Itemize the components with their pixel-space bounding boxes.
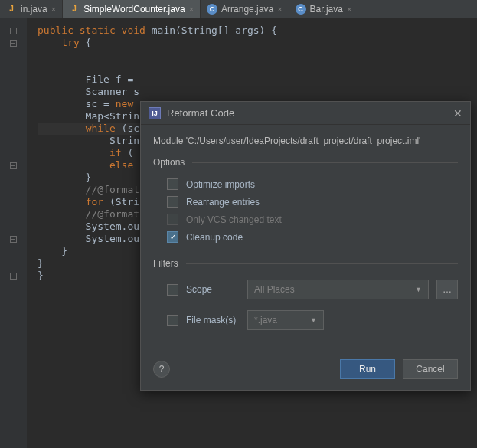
dialog-title: Reformat Code	[167, 107, 447, 119]
tab-simplewordcounter[interactable]: J SimpleWordCounter.java ×	[63, 0, 201, 18]
checkbox-label: Cleanup code	[186, 232, 243, 243]
checkbox-icon[interactable]	[167, 178, 178, 190]
close-icon[interactable]: ×	[51, 5, 56, 14]
tab-label: Arrange.java	[221, 4, 273, 15]
gutter	[0, 18, 27, 448]
tab-label: Bar.java	[310, 4, 343, 15]
filters-group-label: Filters	[153, 258, 458, 269]
cancel-button[interactable]: Cancel	[403, 359, 458, 379]
checkbox-icon[interactable]	[167, 196, 178, 208]
chevron-down-icon: ▼	[310, 316, 317, 324]
tab-arrange[interactable]: C Arrange.java ×	[201, 0, 289, 18]
scope-browse-button[interactable]: …	[436, 280, 458, 299]
checkbox-icon[interactable]	[167, 284, 178, 296]
close-icon[interactable]: ×	[277, 5, 282, 14]
rearrange-entries-row[interactable]: Rearrange entries	[153, 193, 458, 211]
reformat-code-dialog: IJ Reformat Code ✕ Module 'C:/Users/user…	[140, 101, 471, 391]
run-button[interactable]: Run	[340, 359, 395, 379]
class-file-icon: C	[207, 4, 217, 15]
tab-label: SimpleWordCounter.java	[83, 4, 185, 15]
checkbox-icon[interactable]	[167, 315, 178, 326]
dialog-footer: ? Run Cancel	[141, 352, 470, 390]
fold-marker[interactable]	[0, 25, 27, 37]
checkbox-label: Optimize imports	[186, 179, 255, 190]
optimize-imports-row[interactable]: Optimize imports	[153, 175, 458, 193]
fold-marker[interactable]	[0, 37, 27, 49]
file-mask-row: File mask(s) *.java ▼	[153, 307, 458, 333]
java-file-icon: J	[6, 4, 17, 15]
file-mask-label: File mask(s)	[186, 315, 240, 325]
scope-label: Scope	[186, 284, 240, 295]
combo-value: *.java	[254, 315, 277, 325]
checkbox-label: Only VCS changed text	[186, 214, 282, 225]
chevron-down-icon: ▼	[415, 286, 422, 293]
intellij-icon: IJ	[149, 107, 161, 119]
fold-marker[interactable]	[0, 233, 27, 245]
file-mask-combo[interactable]: *.java ▼	[247, 310, 324, 330]
fold-marker[interactable]	[0, 270, 27, 282]
close-icon[interactable]: ×	[347, 5, 351, 14]
scope-row: Scope All Places ▼ …	[153, 276, 458, 302]
tab-label: in.java	[21, 4, 47, 15]
dialog-titlebar: IJ Reformat Code ✕	[141, 102, 470, 125]
options-group-label: Options	[153, 157, 458, 168]
scope-combo[interactable]: All Places ▼	[247, 280, 429, 299]
checkbox-icon	[167, 214, 178, 225]
help-button[interactable]: ?	[153, 361, 170, 378]
checkbox-checked-icon[interactable]	[167, 231, 178, 243]
only-vcs-changed-row: Only VCS changed text	[153, 211, 458, 228]
close-icon[interactable]: ×	[189, 5, 194, 14]
java-file-icon: J	[69, 4, 80, 15]
dialog-body: Module 'C:/Users/user/IdeaProjects/draft…	[141, 125, 470, 352]
class-file-icon: C	[296, 4, 306, 15]
tab-in-java[interactable]: J in.java ×	[0, 0, 63, 18]
tab-bar-java[interactable]: C Bar.java ×	[289, 0, 359, 18]
cleanup-code-row[interactable]: Cleanup code	[153, 228, 458, 246]
tab-bar: J in.java × J SimpleWordCounter.java × C…	[0, 0, 477, 18]
close-icon[interactable]: ✕	[453, 107, 462, 119]
fold-marker[interactable]	[0, 159, 27, 172]
combo-value: All Places	[254, 284, 295, 295]
checkbox-label: Rearrange entries	[186, 197, 260, 208]
module-path: Module 'C:/Users/user/IdeaProjects/draft…	[153, 136, 458, 146]
